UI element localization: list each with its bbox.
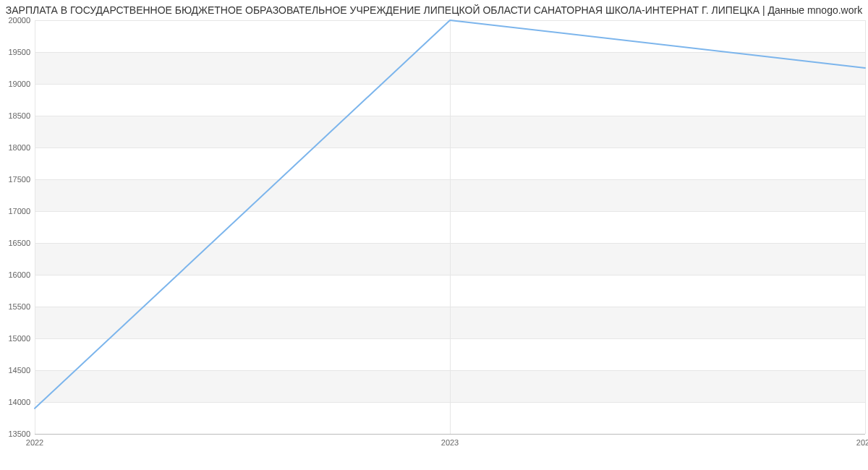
chart-y-tick: 16500 [1, 239, 30, 247]
chart-plot-area: 1350014000145001500015500160001650017000… [35, 20, 865, 435]
chart-y-tick: 19000 [1, 80, 30, 88]
chart-y-tick: 18000 [1, 143, 30, 152]
chart-y-tick: 20000 [1, 16, 30, 25]
chart-y-tick: 16000 [1, 270, 30, 279]
chart-y-tick: 17000 [1, 207, 30, 215]
chart-container: ЗАРПЛАТА В ГОСУДАРСТВЕННОЕ БЮДЖЕТНОЕ ОБР… [0, 0, 868, 470]
chart-y-tick: 19500 [1, 48, 30, 56]
chart-x-tick: 2023 [441, 438, 459, 447]
chart-y-tick: 13500 [1, 430, 30, 438]
chart-series-line [35, 20, 865, 409]
chart-y-tick: 14500 [1, 366, 30, 375]
chart-line-layer [35, 20, 865, 434]
chart-y-tick: 18500 [1, 111, 30, 120]
chart-x-tick: 2022 [26, 438, 43, 447]
chart-x-tick: 2024 [856, 438, 868, 447]
chart-y-tick: 15500 [1, 302, 30, 311]
chart-title: ЗАРПЛАТА В ГОСУДАРСТВЕННОЕ БЮДЖЕТНОЕ ОБР… [0, 4, 868, 16]
chart-y-tick: 14000 [1, 398, 30, 406]
chart-y-tick: 15000 [1, 334, 30, 343]
chart-vertical-gridline [865, 20, 866, 434]
chart-y-tick: 17500 [1, 175, 30, 184]
